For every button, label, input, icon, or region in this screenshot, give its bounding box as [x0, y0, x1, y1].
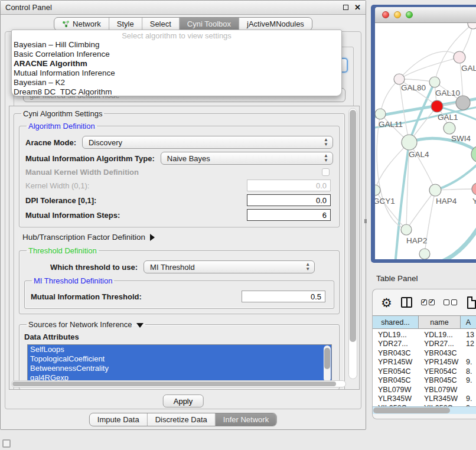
network-node[interactable]	[431, 100, 443, 112]
which-threshold-combo[interactable]: MI Threshold ▲▼	[144, 260, 315, 273]
mi-steps-field[interactable]: 6	[247, 209, 331, 221]
tab-network[interactable]: Network	[54, 18, 109, 30]
window-close-button[interactable]	[382, 11, 389, 18]
settings-hscroll-thumb[interactable]	[12, 381, 336, 386]
algorithm-option[interactable]: Dream8 DC_TDC Algorithm	[12, 87, 341, 96]
document-icon[interactable]	[467, 296, 476, 309]
dpi-tolerance-field[interactable]: 0.0	[247, 194, 331, 206]
mi-threshold-label: Mutual Information Threshold:	[31, 292, 142, 301]
table-row[interactable]: YLR345WYLR345W9.	[373, 394, 476, 404]
mi-algorithm-type-combo[interactable]: Naive Bayes ▲▼	[161, 152, 333, 165]
algorithm-option[interactable]: Bayesian – K2	[12, 78, 341, 87]
window-zoom-button[interactable]	[406, 11, 413, 18]
table-hscroll-thumb[interactable]	[373, 407, 450, 413]
table-row[interactable]: YPR145WYPR145W9.	[373, 358, 476, 367]
apply-button[interactable]: Apply	[163, 394, 204, 407]
table-row[interactable]: YBR043CYBR043C	[373, 348, 476, 358]
algorithm-definition-group: Algorithm Definition Aracne Mode: Discov…	[19, 122, 340, 227]
network-node[interactable]	[429, 77, 440, 87]
algorithm-option[interactable]: Mutual Information Inference	[12, 69, 341, 78]
table-row[interactable]: YER054CYER054C8.	[373, 367, 476, 376]
manual-kernel-width-checkbox[interactable]	[322, 168, 330, 176]
table-row[interactable]: YBL079WYBL079W	[373, 385, 476, 394]
table-cell[interactable]: YDR27...	[419, 340, 461, 348]
kernel-width-value: 0.0	[316, 181, 327, 190]
list-scrollbar-thumb[interactable]	[324, 348, 330, 369]
table-cell[interactable]: 12	[461, 340, 476, 348]
attribute-item[interactable]: SelfLoops	[28, 345, 331, 354]
select-all-checkboxes-icon[interactable]	[421, 299, 435, 305]
algorithm-option[interactable]: Basic Correlation Inference	[12, 50, 341, 59]
table-cell[interactable]: YER054C	[419, 367, 461, 376]
split-columns-icon[interactable]	[401, 297, 412, 308]
table-cell[interactable]: YBR045C	[419, 376, 461, 384]
network-node[interactable]	[401, 224, 412, 235]
panel-splitter-handle[interactable]	[364, 219, 367, 223]
tab-discretize-data[interactable]: Discretize Data	[147, 413, 215, 426]
tab-style[interactable]: Style	[109, 18, 142, 30]
algorithm-option-selected[interactable]: ARACNE Algorithm	[12, 59, 341, 69]
cyni-algorithm-settings-group: Cyni Algorithm Settings Algorithm Defini…	[14, 109, 345, 390]
settings-scroll-panel: Cyni Algorithm Settings Algorithm Defini…	[9, 106, 360, 390]
table-cell[interactable]: YBR043C	[419, 349, 461, 357]
table-cell[interactable]: YBL079W	[419, 386, 461, 394]
gear-icon[interactable]: ⚙	[381, 296, 392, 309]
table-cell[interactable]: YDL19...	[373, 331, 419, 339]
mi-algorithm-type-label: Mutual Information Algorithm Type:	[25, 154, 155, 163]
combo-stepper-icon: ▲▼	[324, 138, 328, 147]
tab-jactivemnodules[interactable]: jActiveMNodules	[239, 18, 312, 30]
expanded-arrow-icon[interactable]	[136, 323, 144, 328]
hub-definition-expander[interactable]: Hub/Transcription Factor Definition	[22, 233, 338, 242]
collapsed-arrow-icon[interactable]	[150, 234, 155, 241]
table-cell[interactable]: 9.	[461, 376, 476, 384]
table-cell[interactable]: YLR345W	[373, 394, 419, 403]
mi-threshold-field[interactable]: 0.5	[242, 291, 325, 302]
network-node[interactable]	[444, 122, 455, 134]
table-cell[interactable]: 8.	[461, 367, 476, 376]
deselect-all-checkboxes-icon[interactable]	[444, 299, 457, 305]
window-minimize-button[interactable]	[394, 11, 401, 18]
settings-vscroll-thumb[interactable]	[350, 110, 356, 342]
network-node[interactable]	[429, 184, 441, 196]
table-cell[interactable]: YBL079W	[373, 386, 419, 394]
network-node[interactable]	[456, 96, 470, 110]
network-node[interactable]	[375, 109, 386, 119]
network-node-label: GCY1	[375, 197, 395, 206]
network-node[interactable]	[454, 51, 465, 63]
tab-infer-network[interactable]: Infer Network	[215, 413, 276, 426]
table-cell[interactable]: YER054C	[373, 367, 419, 376]
table-row[interactable]: YDR27...YDR27...12	[373, 340, 476, 349]
table-cell[interactable]: YBR043C	[373, 349, 419, 357]
table-cell[interactable]: YPR145W	[373, 358, 419, 366]
table-row[interactable]: YBR045CYBR045C9.	[373, 376, 476, 386]
table-cell[interactable]: 9.	[461, 358, 476, 366]
table-cell[interactable]: 9.	[461, 394, 476, 403]
minimized-panel-icon[interactable]	[2, 439, 11, 448]
network-canvas[interactable]: GALGAL80GAL10GAL1GAL11SWI4GAL4GCY1HAP4YH…	[375, 23, 476, 259]
tab-select[interactable]: Select	[142, 18, 179, 30]
column-header-partial[interactable]: A	[461, 316, 476, 328]
network-node[interactable]	[419, 249, 430, 259]
close-icon[interactable]: ✕	[354, 3, 361, 12]
algorithm-option[interactable]: Bayesian – Hill Climbing	[12, 40, 341, 50]
column-header-name[interactable]: name	[419, 316, 461, 328]
column-header-shared[interactable]: shared...	[373, 316, 419, 328]
table-cell[interactable]: YPR145W	[419, 358, 461, 366]
table-row[interactable]: YDL19...YDL19...13	[373, 330, 476, 340]
attribute-item[interactable]: TopologicalCoefficient	[28, 354, 331, 364]
network-node[interactable]	[472, 183, 476, 195]
kernel-width-field[interactable]: 0.0	[247, 180, 331, 191]
network-node[interactable]	[468, 23, 476, 29]
float-icon[interactable]	[343, 5, 348, 10]
table-cell[interactable]: YLR345W	[419, 394, 461, 403]
tab-impute-data[interactable]: Impute Data	[90, 413, 147, 426]
table-cell[interactable]: YDL19...	[419, 331, 461, 339]
table-cell[interactable]: YBR045C	[373, 376, 419, 384]
which-threshold-label: Which threshold to use:	[50, 263, 138, 272]
tab-cyni-toolbox[interactable]: Cyni Toolbox	[179, 18, 239, 30]
table-cell[interactable]: 13	[461, 331, 476, 339]
aracne-mode-combo[interactable]: Discovery ▲▼	[82, 136, 333, 149]
attribute-item[interactable]: BetweennessCentrality	[28, 364, 331, 373]
network-node[interactable]	[402, 135, 417, 150]
table-cell[interactable]: YDR27...	[373, 340, 419, 348]
